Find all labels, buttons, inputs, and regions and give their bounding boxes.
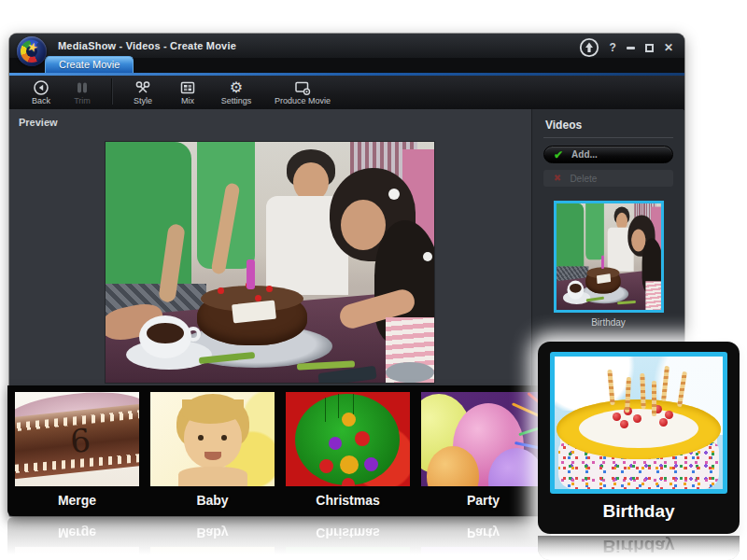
ornament — [319, 459, 333, 473]
berry — [620, 420, 628, 428]
thumb-part — [601, 256, 604, 269]
photo-candle — [247, 259, 255, 289]
strip-reflection: Merge Baby Christmas Party — [7, 517, 551, 560]
thumb-part — [645, 281, 661, 310]
videos-panel-title: Videos — [545, 119, 673, 132]
baby-art — [150, 392, 275, 486]
minimize-button[interactable] — [627, 47, 635, 49]
panel-divider — [543, 137, 673, 138]
reflection-label: Merge — [15, 525, 139, 540]
preview-photo — [106, 142, 434, 383]
check-icon: ✔ — [554, 149, 563, 161]
merge-art: 6 — [15, 392, 139, 486]
style-button[interactable]: Style — [121, 76, 164, 110]
window-controls: ? ✕ — [579, 36, 673, 59]
clip-thumbnail-image — [557, 203, 661, 310]
reflection-label: Baby — [150, 525, 275, 540]
birthday-style-callout: Birthday — [538, 342, 740, 534]
baby-mouth — [204, 452, 221, 460]
photo-cherry — [255, 295, 261, 301]
baby-eye — [221, 435, 227, 441]
trim-button[interactable]: Trim — [62, 76, 103, 110]
close-button[interactable]: ✕ — [664, 42, 673, 53]
style-label: Christmas — [286, 493, 410, 508]
photo-hair-clip — [388, 189, 400, 200]
style-thumb-christmas[interactable]: Christmas — [286, 392, 410, 516]
reflection-item: Merge — [15, 517, 139, 560]
help-button[interactable]: ? — [610, 42, 616, 53]
strip-reflection-copy: Merge Baby Christmas Party — [7, 517, 551, 560]
style-label: Baby — [150, 493, 275, 508]
add-button[interactable]: ✔ Add... — [543, 146, 673, 163]
toolbar-separator — [111, 78, 113, 105]
back-icon — [33, 78, 49, 96]
reflection-item: Party — [421, 517, 545, 560]
photo-bowl — [386, 362, 434, 383]
photo-cup-handle — [186, 327, 201, 342]
maximize-icon — [645, 44, 654, 52]
film-frame-number: 6 — [62, 419, 99, 463]
delete-x-icon: ✖ — [554, 174, 561, 183]
ornament — [364, 457, 378, 471]
baby-eye — [198, 435, 204, 441]
reflection-label: Party — [421, 525, 545, 540]
ornament — [342, 413, 356, 427]
delete-button[interactable]: ✖ Delete — [543, 170, 673, 187]
style-label: Merge — [15, 493, 139, 508]
mix-button[interactable]: Mix — [164, 76, 211, 110]
photo-coffee — [147, 323, 184, 343]
style-thumb-merge[interactable]: 6 Merge — [15, 392, 139, 516]
produce-movie-button[interactable]: Produce Movie — [261, 76, 344, 110]
reflection-item: Christmas — [286, 517, 410, 560]
reflection-label: Christmas — [286, 525, 410, 540]
candle — [652, 381, 656, 416]
thumb-part — [557, 203, 584, 273]
ornament-string — [338, 394, 339, 418]
preview-title: Preview — [19, 117, 58, 128]
party-art — [421, 392, 545, 486]
reflection-thumb — [421, 547, 545, 560]
settings-gear-icon: ⚙ — [230, 78, 243, 96]
style-thumb-baby[interactable]: Baby — [150, 392, 275, 516]
ornament — [355, 431, 370, 446]
maximize-button[interactable] — [645, 44, 654, 52]
photo-cherry — [266, 286, 273, 292]
callout-reflection-label: Birthday — [538, 536, 740, 556]
settings-button[interactable]: ⚙ Settings — [211, 76, 261, 110]
thumb-part — [569, 284, 581, 293]
callout-reflection: Birthday — [538, 536, 740, 560]
berry — [659, 418, 668, 427]
baby-shoulders — [178, 467, 247, 486]
video-clip-thumbnail[interactable] — [554, 201, 664, 313]
minimize-icon — [627, 47, 635, 49]
reflection-item: Baby — [150, 517, 275, 560]
styles-strip: 6 Merge Baby — [7, 385, 551, 516]
upgrade-icon[interactable] — [579, 37, 599, 58]
party-photo-illustration — [106, 142, 434, 383]
window-title: MediaShow - Videos - Create Movie — [58, 34, 236, 58]
photo-girl1-face — [341, 200, 386, 250]
style-label: Party — [421, 493, 545, 508]
back-button[interactable]: Back — [21, 76, 62, 110]
photo-person-green-shirt — [106, 142, 191, 301]
ornament — [340, 455, 359, 474]
style-thumb-party[interactable]: Party — [421, 392, 545, 516]
mediashow-logo-icon: ★ — [17, 36, 47, 66]
style-bow-icon — [134, 78, 151, 96]
photo-hair-clip — [423, 252, 432, 261]
tab-create-movie[interactable]: Create Movie — [45, 56, 134, 73]
ornament — [342, 478, 355, 486]
callout-label: Birthday — [550, 494, 727, 522]
reflection-thumb — [286, 547, 410, 560]
ornament — [329, 437, 342, 450]
berry — [665, 411, 673, 419]
berry — [633, 414, 641, 423]
produce-movie-icon — [294, 78, 311, 96]
page: ★ MediaShow - Videos - Create Movie ? ✕ … — [0, 0, 747, 560]
christmas-art — [286, 392, 410, 486]
tab-row: Create Movie — [9, 58, 684, 76]
title-bar: ★ MediaShow - Videos - Create Movie ? ✕ — [9, 34, 684, 58]
birthday-cake-illustration — [555, 357, 723, 489]
thumb-part — [585, 203, 604, 259]
callout-frame — [550, 352, 727, 494]
